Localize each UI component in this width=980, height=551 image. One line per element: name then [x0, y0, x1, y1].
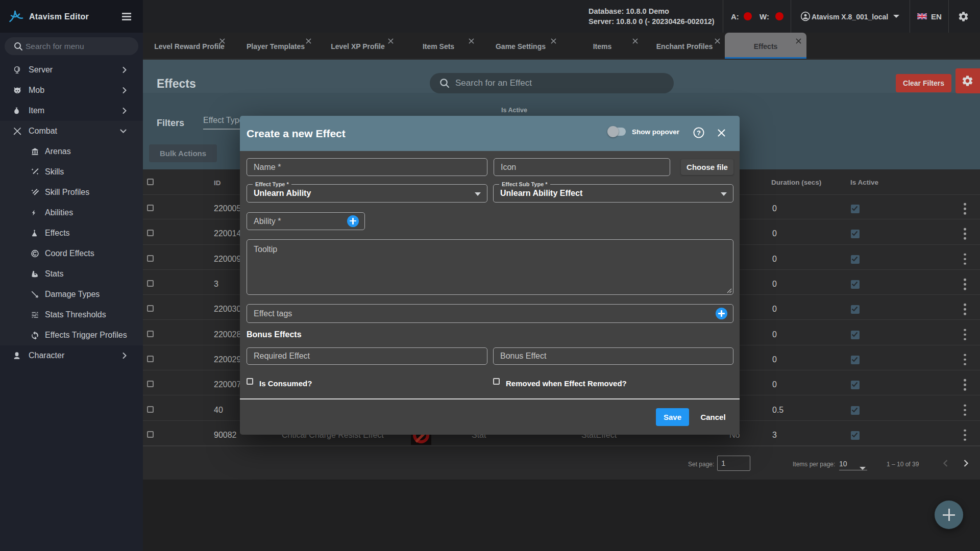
svg-text:?: ? — [697, 129, 701, 137]
